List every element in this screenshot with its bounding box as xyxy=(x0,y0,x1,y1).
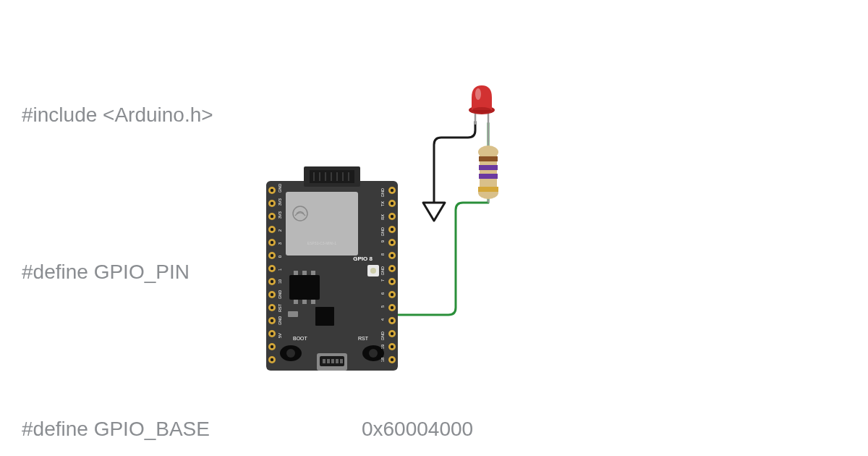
code-line: #define GPIO_BASE 0x60004000 xyxy=(22,413,846,444)
code-line: #define GPIO_PIN 4 xyxy=(22,256,846,287)
code-background: #include <Arduino.h> #define GPIO_PIN 4 … xyxy=(0,0,868,456)
code-line: #include <Arduino.h> xyxy=(22,99,846,130)
